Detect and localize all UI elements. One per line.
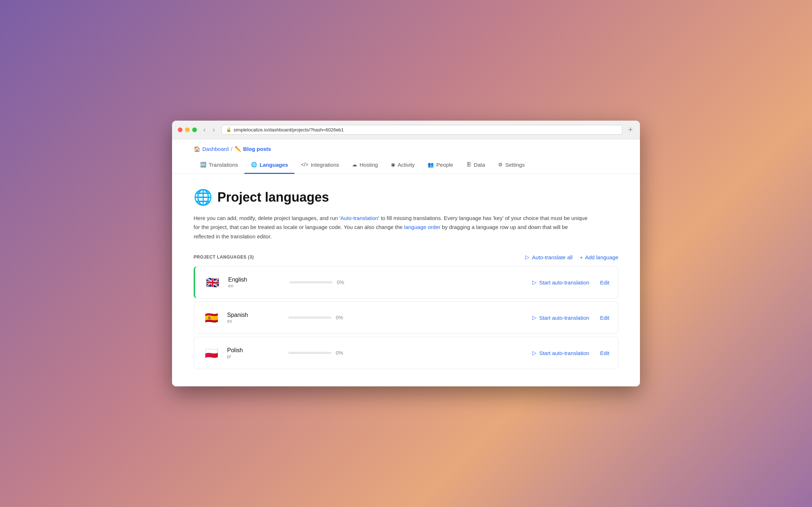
auto-translate-all-button[interactable]: ▷ Auto-translate all [525,254,573,260]
tab-activity-label: Activity [398,162,415,168]
languages-icon: 🌐 [251,162,257,167]
back-button[interactable]: ‹ [201,125,208,134]
breadcrumb-dashboard-link[interactable]: 🏠 Dashboard [194,146,229,152]
lang-name-pl: Polish [227,347,278,354]
flag-pl: 🇵🇱 [203,344,220,362]
lang-info-en: English en [228,277,279,288]
progress-section-es: 0% [288,315,522,320]
page-description: Here you can add, modify, delete project… [194,214,590,241]
progress-bar-pl [288,352,331,354]
progress-bar-es [288,317,331,319]
start-auto-translation-es[interactable]: ▷ Start auto-translation [532,314,589,321]
language-row-en: 🇬🇧 English en 0% ▷ Start [194,266,618,299]
edit-button-es[interactable]: Edit [600,315,609,321]
tab-languages[interactable]: 🌐 Languages [244,157,294,174]
tab-navigation: 🔤 Translations 🌐 Languages </> Integrati… [172,157,640,174]
lang-name-es: Spanish [227,312,278,318]
lang-info-es: Spanish es [227,312,278,324]
tab-activity[interactable]: ◉ Activity [384,157,421,174]
settings-icon: ⚙ [498,162,503,167]
tab-translations[interactable]: 🔤 Translations [194,157,244,174]
tab-hosting[interactable]: ☁ Hosting [346,157,384,174]
lang-code-en: en [228,283,279,288]
section-actions: ▷ Auto-translate all + Add language [525,254,618,260]
browser-nav-buttons: ‹ › [201,125,217,134]
add-language-button[interactable]: + Add language [580,254,618,260]
app-content: 🏠 Dashboard / ✏️ Blog posts 🔤 Translatio… [172,139,640,387]
lock-icon: 🔒 [226,127,231,132]
breadcrumb-current: ✏️ Blog posts [235,146,271,152]
integrations-icon: </> [301,162,308,167]
tab-data-label: Data [474,162,485,168]
lang-name-en: English [228,277,279,283]
main-content: 🌐 Project languages Here you can add, mo… [172,174,640,387]
play-icon: ▷ [525,254,529,260]
people-icon: 👥 [428,162,434,167]
hosting-icon: ☁ [352,162,357,167]
start-auto-translation-pl[interactable]: ▷ Start auto-translation [532,350,589,356]
close-button[interactable] [178,127,182,132]
tab-settings[interactable]: ⚙ Settings [492,157,531,174]
tab-people-label: People [436,162,453,168]
lang-info-pl: Polish pl [227,347,278,359]
tab-settings-label: Settings [505,162,525,168]
url-text: simplelocalize.io/dashboard/projects/?ha… [234,127,344,133]
browser-window: ‹ › 🔒 simplelocalize.io/dashboard/projec… [172,121,640,387]
language-row-pl: 🇵🇱 Polish pl 0% ▷ Start a [194,337,618,369]
progress-section-pl: 0% [288,350,522,356]
language-list: 🇬🇧 English en 0% ▷ Start [194,266,618,372]
tab-people[interactable]: 👥 People [421,157,460,174]
pencil-icon: ✏️ [235,146,242,152]
lang-code-pl: pl [227,354,278,359]
plus-icon: + [580,254,583,260]
forward-button[interactable]: › [211,125,217,134]
progress-pct-es: 0% [336,315,343,320]
section-title: PROJECT LANGUAGES (3) [194,255,254,260]
auto-translation-link[interactable]: Auto-translation [340,215,378,221]
traffic-lights [178,127,197,132]
play-icon-pl: ▷ [532,350,537,356]
tab-integrations[interactable]: </> Integrations [294,157,346,174]
page-header: 🌐 Project languages [194,188,618,206]
progress-pct-en: 0% [337,279,344,285]
home-icon: 🏠 [194,146,200,152]
minimize-button[interactable] [185,127,190,132]
tab-data[interactable]: 🗄 Data [460,157,492,174]
start-auto-translation-en[interactable]: ▷ Start auto-translation [532,279,589,286]
progress-section-en: 0% [289,279,522,285]
tab-integrations-label: Integrations [311,162,339,168]
tab-translations-label: Translations [209,162,238,168]
play-icon-en: ▷ [532,279,537,286]
flag-es: 🇪🇸 [203,309,220,326]
lang-actions-es: ▷ Start auto-translation Edit [532,314,609,321]
lang-actions-en: ▷ Start auto-translation Edit [532,279,609,286]
globe-icon: 🌐 [194,188,212,206]
activity-icon: ◉ [391,162,395,167]
breadcrumb: 🏠 Dashboard / ✏️ Blog posts [172,139,640,157]
progress-bar-en [289,281,333,283]
lang-code-es: es [227,318,278,324]
language-order-link[interactable]: language order [404,224,441,230]
lang-actions-pl: ▷ Start auto-translation Edit [532,350,609,356]
tab-languages-label: Languages [260,162,288,168]
flag-en: 🇬🇧 [204,274,221,291]
page-title: Project languages [217,190,329,205]
language-row-es: 🇪🇸 Spanish es 0% ▷ Start [194,301,618,334]
description-text-1: Here you can add, modify, delete project… [194,215,340,221]
address-bar[interactable]: 🔒 simplelocalize.io/dashboard/projects/?… [221,125,622,135]
play-icon-es: ▷ [532,314,537,321]
maximize-button[interactable] [192,127,197,132]
data-icon: 🗄 [466,162,471,167]
browser-chrome: ‹ › 🔒 simplelocalize.io/dashboard/projec… [172,121,640,139]
translations-icon: 🔤 [200,162,206,167]
new-tab-button[interactable]: + [627,125,634,134]
tab-hosting-label: Hosting [360,162,378,168]
edit-button-pl[interactable]: Edit [600,350,609,356]
breadcrumb-separator: / [231,146,232,152]
section-header: PROJECT LANGUAGES (3) ▷ Auto-translate a… [194,254,618,260]
edit-button-en[interactable]: Edit [600,279,609,286]
progress-pct-pl: 0% [336,350,343,356]
